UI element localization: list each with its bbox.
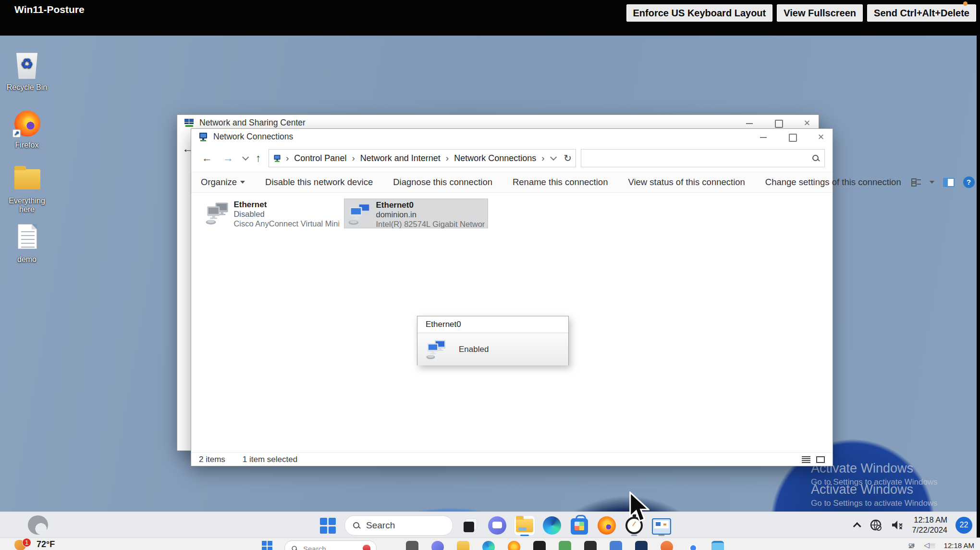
- host-notepad-icon[interactable]: [711, 541, 724, 550]
- host-start-button[interactable]: [262, 541, 272, 550]
- nc-window-title: Network Connections: [213, 132, 293, 142]
- preview-pane-icon[interactable]: [943, 178, 955, 187]
- hidden-icons-chevron-icon[interactable]: [853, 522, 861, 530]
- view-status-button[interactable]: View status of this connection: [618, 177, 755, 188]
- close-button[interactable]: ×: [802, 118, 812, 128]
- desktop-icon-label: Everything here: [5, 197, 49, 214]
- host-app-icon[interactable]: [661, 541, 673, 550]
- clock-time: 12:18 AM: [912, 515, 947, 525]
- connection-item-ethernet[interactable]: Ethernet Disabled Cisco AnyConnect Virtu…: [202, 199, 342, 228]
- address-location-icon: [273, 154, 282, 162]
- remote-desktop-screen: Win11-Posture Enforce US Keyboard Layout…: [0, 0, 980, 550]
- no-internet-globe-icon[interactable]: [870, 519, 882, 532]
- help-icon[interactable]: ?: [963, 176, 975, 188]
- organize-menu[interactable]: Organize: [201, 177, 255, 188]
- desktop-icon-firefox[interactable]: ↗ Firefox: [5, 110, 49, 150]
- firefox-icon: [598, 516, 616, 535]
- selected-count: 1 item selected: [243, 455, 297, 464]
- minimize-button[interactable]: [759, 132, 768, 142]
- search-box[interactable]: [581, 149, 825, 167]
- host-volume-tray-icon[interactable]: ◁𝄙: [924, 541, 935, 550]
- connection-item-ethernet0[interactable]: Ethernet0 dominion.in Intel(R) 82574L Gi…: [344, 199, 488, 228]
- close-button[interactable]: ×: [816, 132, 826, 142]
- nc-titlebar[interactable]: Network Connections ×: [191, 129, 833, 145]
- popup-title: Ethernet0: [417, 316, 568, 333]
- rename-connection-button[interactable]: Rename this connection: [502, 177, 618, 188]
- chat-icon: [488, 516, 506, 535]
- host-app-icon[interactable]: [559, 541, 571, 550]
- breadcrumb-separator: ›: [540, 153, 546, 163]
- host-app-icon[interactable]: [482, 541, 495, 550]
- desktop-icon-label: demo: [5, 255, 49, 264]
- breadcrumb-network-connections[interactable]: Network Connections: [453, 153, 537, 163]
- document-icon: [12, 224, 42, 253]
- popup-status: Enabled: [459, 345, 489, 354]
- taskbar-clock[interactable]: 12:18 AM 7/22/2024: [912, 515, 947, 536]
- disable-device-button[interactable]: Disable this network device: [255, 177, 383, 188]
- list-view-toggle-icon[interactable]: [802, 456, 810, 463]
- views-chevron-icon[interactable]: [930, 181, 934, 184]
- host-app-icon[interactable]: [508, 541, 520, 550]
- network-connections-window[interactable]: Network Connections × ← → ↑ › Control Pa…: [191, 128, 833, 466]
- nc-file-list-area[interactable]: Ethernet Disabled Cisco AnyConnect Virtu…: [191, 193, 833, 452]
- desktop-icon-recycle-bin[interactable]: ♻ Recycle Bin: [5, 52, 49, 92]
- thumbnail-view-toggle-icon[interactable]: [816, 456, 825, 463]
- edge-button[interactable]: [541, 514, 563, 537]
- recent-pages-chevron-icon[interactable]: [242, 154, 249, 161]
- host-app-icon[interactable]: [533, 541, 546, 550]
- enforce-keyboard-button[interactable]: Enforce US Keyboard Layout: [626, 4, 773, 22]
- desktop-icon-label: Recycle Bin: [5, 83, 49, 92]
- host-search-box[interactable]: Search: [284, 540, 377, 550]
- notification-count-badge[interactable]: 22: [956, 517, 972, 534]
- breadcrumb-separator: ›: [350, 153, 356, 163]
- view-fullscreen-button[interactable]: View Fullscreen: [777, 4, 863, 22]
- host-app-icon[interactable]: [635, 541, 648, 550]
- nc-command-bar: Organize Disable this network device Dia…: [191, 172, 833, 193]
- microsoft-store-button[interactable]: [569, 514, 590, 537]
- desktop-icon-everything-here[interactable]: Everything here: [5, 165, 49, 214]
- change-settings-button[interactable]: Change settings of this connection: [755, 177, 911, 188]
- send-ctrl-alt-delete-button[interactable]: Send Ctrl+Alt+Delete: [867, 4, 976, 22]
- search-input[interactable]: [586, 153, 812, 163]
- connection-name: Ethernet: [233, 200, 339, 210]
- desktop-icon-demo[interactable]: demo: [5, 224, 49, 264]
- breadcrumb-network-and-internet[interactable]: Network and Internet: [359, 153, 441, 163]
- task-view-button[interactable]: [459, 514, 480, 537]
- connection-name: Ethernet0: [376, 200, 485, 210]
- address-dropdown-chevron-icon[interactable]: [550, 154, 557, 161]
- teams-chat-button[interactable]: [487, 514, 508, 537]
- host-temperature[interactable]: 72°F: [37, 539, 55, 550]
- widgets-weather-button[interactable]: [28, 515, 48, 535]
- address-bar[interactable]: › Control Panel › Network and Internet ›…: [269, 149, 576, 167]
- maximize-button[interactable]: [773, 118, 783, 128]
- diagnose-connection-button[interactable]: Diagnose this connection: [383, 177, 502, 188]
- breadcrumb-control-panel[interactable]: Control Panel: [293, 153, 347, 163]
- up-button[interactable]: ↑: [253, 152, 264, 164]
- muted-speaker-icon[interactable]: [891, 519, 904, 531]
- remote-console-bar: Win11-Posture Enforce US Keyboard Layout…: [0, 0, 980, 36]
- host-clock[interactable]: 12:18 AM: [944, 541, 974, 550]
- forward-button[interactable]: →: [220, 152, 236, 164]
- taskbar-search-box[interactable]: Search: [344, 515, 453, 536]
- minimize-button[interactable]: [745, 118, 754, 128]
- network-connections-taskbar-button[interactable]: [651, 514, 672, 537]
- file-explorer-button[interactable]: [514, 514, 535, 537]
- host-app-icon[interactable]: [610, 541, 622, 550]
- back-button[interactable]: ←: [199, 152, 215, 164]
- network-connections-window-icon: [652, 518, 671, 535]
- start-button[interactable]: [317, 514, 338, 537]
- maximize-button[interactable]: [787, 132, 797, 142]
- host-app-icon[interactable]: [584, 541, 597, 550]
- host-monitor-tray-icon[interactable]: 🖳: [908, 541, 915, 550]
- search-icon[interactable]: [812, 154, 820, 162]
- letterbox-edge: [977, 36, 980, 538]
- host-app-icon[interactable]: [431, 541, 444, 550]
- host-app-icon[interactable]: [457, 541, 469, 550]
- firefox-button[interactable]: [596, 514, 617, 537]
- refresh-button[interactable]: ↻: [564, 152, 572, 164]
- details-view-icon[interactable]: [911, 178, 921, 187]
- remote-console-buttons: Enforce US Keyboard Layout View Fullscre…: [626, 4, 976, 22]
- host-search-label: Search: [303, 545, 326, 550]
- connection-network: dominion.in: [376, 210, 485, 220]
- host-app-icon[interactable]: [406, 541, 418, 550]
